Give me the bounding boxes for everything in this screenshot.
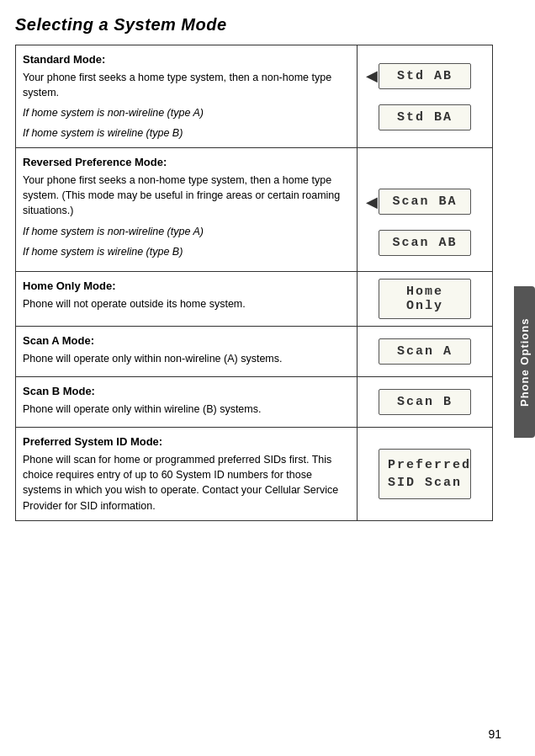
mode-desc-reversed: Reversed Preference Mode: Your phone fir… — [16, 148, 358, 271]
mode-title-standard: Standard Mode: — [23, 53, 105, 66]
mode-desc-standard: Standard Mode: Your phone first seeks a … — [16, 45, 358, 147]
mode-body-reversed: Your phone first seeks a non-home type s… — [23, 173, 348, 218]
lcd-scan-ab: Scan AB — [379, 230, 471, 256]
arrow-icon-standard: ◀ — [366, 67, 378, 85]
mode-title-reversed: Reversed Preference Mode: — [23, 156, 167, 168]
modes-table: Standard Mode: Your phone first seeks a … — [15, 45, 493, 521]
mode-body-preferred: Phone will scan for home or programmed p… — [23, 452, 348, 514]
mode-body-home-only: Phone will not operate outside its home … — [23, 296, 348, 311]
mode-sub-standard-2: If home system is wireline (type B) — [23, 125, 348, 141]
mode-body-scan-a: Phone will operate only within non-wirel… — [23, 351, 348, 366]
mode-body-standard: Your phone first seeks a home type syste… — [23, 70, 348, 100]
arrow-icon-reversed: ◀ — [366, 193, 378, 211]
lcd-std-ab: Std AB — [379, 63, 471, 89]
lcd-preferred: Preferred SID Scan — [379, 449, 471, 499]
mode-sub-standard-1: If home system is non-wireline (type A) — [23, 105, 348, 120]
mode-title-scan-b: Scan B Mode: — [23, 385, 95, 397]
mode-title-home-only: Home Only Mode: — [23, 280, 116, 292]
lcd-scan-b: Scan B — [379, 389, 471, 415]
page-number: 91 — [488, 727, 501, 741]
mode-sub-reversed-1: If home system is non-wireline (type A) — [23, 224, 348, 239]
right-tab: Phone Options — [514, 286, 535, 438]
mode-sub-reversed-2: If home system is wireline (type B) — [23, 244, 348, 259]
lcd-std-ba: Std BA — [379, 104, 471, 130]
mode-display-reversed: ◀ Scan BA Scan AB — [358, 148, 492, 271]
mode-row-scan-b: Scan B Mode: Phone will operate only wit… — [16, 377, 492, 428]
mode-display-scan-b: Scan B — [358, 377, 492, 427]
mode-title-preferred: Preferred System ID Mode: — [23, 435, 162, 448]
mode-row-home-only: Home Only Mode: Phone will not operate o… — [16, 272, 492, 327]
mode-row-reversed: Reversed Preference Mode: Your phone fir… — [16, 148, 492, 272]
main-content: Selecting a System Mode Standard Mode: Y… — [0, 0, 510, 536]
page: Selecting a System Mode Standard Mode: Y… — [0, 0, 535, 756]
mode-row-standard: Standard Mode: Your phone first seeks a … — [16, 45, 492, 148]
mode-title-scan-a: Scan A Mode: — [23, 334, 94, 347]
lcd-scan-ba: Scan BA — [379, 189, 471, 215]
mode-display-standard: ◀ Std AB Std BA — [358, 45, 492, 147]
page-title: Selecting a System Mode — [15, 15, 493, 35]
mode-desc-home-only: Home Only Mode: Phone will not operate o… — [16, 272, 358, 326]
lcd-scan-a: Scan A — [379, 338, 471, 365]
mode-display-scan-a: Scan A — [358, 327, 492, 376]
mode-desc-scan-a: Scan A Mode: Phone will operate only wit… — [16, 327, 358, 376]
mode-body-scan-b: Phone will operate only within wireline … — [23, 402, 348, 417]
mode-desc-scan-b: Scan B Mode: Phone will operate only wit… — [16, 377, 358, 427]
mode-row-preferred: Preferred System ID Mode: Phone will sca… — [16, 428, 492, 519]
mode-row-scan-a: Scan A Mode: Phone will operate only wit… — [16, 327, 492, 377]
mode-desc-preferred: Preferred System ID Mode: Phone will sca… — [16, 428, 358, 519]
mode-display-preferred: Preferred SID Scan — [358, 428, 492, 519]
mode-display-home-only: Home Only — [358, 272, 492, 326]
lcd-home-only: Home Only — [379, 279, 471, 319]
